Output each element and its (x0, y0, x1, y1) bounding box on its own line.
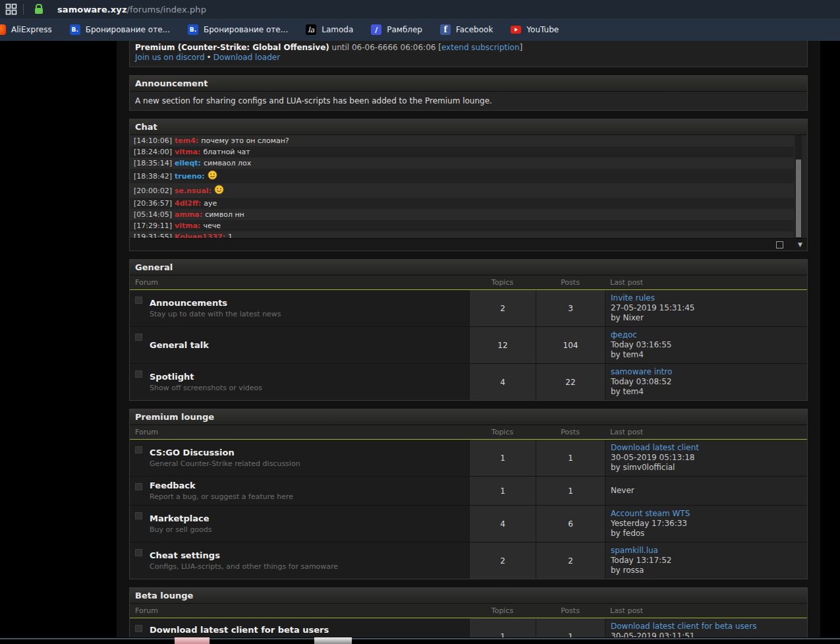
chat-message: [19:31:55] Kolyan1337: 1 (130, 231, 794, 238)
window-bottom-edge (0, 638, 840, 639)
address-bar[interactable]: samoware.xyz/forums/index.php (57, 5, 206, 15)
forum-description: Show off screenshots or videos (150, 384, 262, 392)
chat-text: ауе (204, 199, 217, 208)
forum-page: Premium (Counter-Strike: Global Offensiv… (117, 41, 820, 644)
smiley-emoji-icon (214, 185, 224, 194)
announcement-body: A new section for sharing configs and LU… (130, 92, 807, 110)
forum-status-icon (135, 512, 142, 519)
extend-subscription-link[interactable]: extend subscription (441, 43, 520, 52)
taskbar-item[interactable] (314, 637, 352, 644)
bookmark-item[interactable]: f Facebook (440, 24, 493, 35)
lastpost-cell: Account steam WTS Yesterday 17:36:33 by … (605, 506, 807, 542)
lamoda-favicon-icon: la (306, 24, 316, 35)
forum-section: General Forum Topics Posts Last post Ann… (129, 259, 808, 401)
topics-count: 1 (469, 440, 536, 476)
lastpost-author: by fedos (611, 529, 802, 539)
lock-icon[interactable] (35, 8, 43, 14)
chat-username: se.nsual: (175, 187, 211, 195)
forum-section: Premium lounge Forum Topics Posts Last p… (129, 409, 808, 579)
taskbar-item[interactable] (175, 637, 210, 644)
lastpost-link[interactable]: Download latest client for beta users (611, 622, 802, 631)
section-title: Premium lounge (130, 409, 807, 425)
posts-count: 6 (536, 506, 605, 542)
forum-description: Stay up to date with the latest news (150, 310, 281, 318)
announcement-panel: Announcement A new section for sharing c… (129, 75, 808, 111)
forum-name[interactable]: CS:GO Discussion (150, 448, 300, 457)
chat-message: [20:36:57] 4dl2ff: ауе (130, 198, 794, 209)
chat-message: [18:38:42] trueno: (130, 169, 794, 183)
forum-cell: Feedback Report a bug, or suggest a feat… (130, 477, 469, 505)
lastpost-link[interactable]: федос (611, 330, 802, 340)
chat-username: elleqt: (175, 159, 201, 167)
chat-scrollbar-thumb[interactable] (796, 160, 801, 237)
announcement-title: Announcement (130, 76, 807, 92)
lastpost-date: Today 13:17:52 (611, 556, 802, 566)
lastpost-link[interactable]: Invite rules (611, 293, 802, 303)
lastpost-link[interactable]: Account steam WTS (611, 509, 802, 519)
aliexpress-favicon-icon (0, 24, 6, 35)
lastpost-link[interactable]: Download latest client (611, 443, 802, 453)
discord-link[interactable]: Join us on discord (135, 53, 205, 62)
separator (23, 4, 24, 15)
lastpost-cell: Never (605, 477, 807, 505)
lastpost-cell: spamkill.lua Today 13:17:52 by rossa (605, 542, 807, 579)
chat-timestamp: [14:10:06] (134, 136, 172, 145)
bookmark-item[interactable]: B. Бронирование оте... (70, 24, 170, 35)
chat-text: почему это он сломан? (201, 136, 289, 145)
topics-count: 1 (469, 477, 536, 505)
forum-section: Beta lounge Forum Topics Posts Last post… (129, 587, 808, 644)
chat-timestamp: [18:38:42] (134, 172, 172, 181)
chat-text: симваол лох (204, 159, 251, 167)
forum-name[interactable]: Cheat settings (150, 550, 338, 560)
forum-description: Buy or sell goods (150, 525, 212, 534)
forum-name[interactable]: Feedback (150, 481, 293, 490)
lastpost-link[interactable]: spamkill.lua (611, 546, 802, 556)
forum-name[interactable]: Marketplace (150, 513, 212, 523)
lastpost-author: by Nixer (611, 313, 802, 323)
forum-description: Report a bug, or suggest a feature here (150, 492, 293, 501)
premium-until-text: until 06-06-6666 06:06:06 (329, 43, 438, 52)
lastpost-author: by tem4 (611, 387, 802, 397)
chat-message: [20:00:02] se.nsual: (130, 183, 794, 198)
chat-dropdown-icon[interactable]: ▼ (798, 240, 802, 249)
chat-text: символ нн (205, 210, 244, 219)
lastpost-link[interactable]: samoware intro (611, 367, 802, 377)
lastpost-author: by rossa (611, 566, 802, 575)
premium-status-text: Premium (Counter-Strike: Global Offensiv… (135, 43, 329, 52)
lastpost-author: by simv0lofficial (611, 463, 802, 473)
bookmark-item[interactable]: B. Бронирование оте... (188, 24, 288, 35)
chat-scrollbar[interactable] (795, 135, 802, 238)
bookmark-label: Facebook (456, 25, 493, 34)
chat-message: [17:29:11] vitma: чече (130, 220, 794, 231)
bookmark-label: Рамблер (387, 25, 422, 34)
bookmark-item[interactable]: YouTube (511, 25, 559, 34)
url-host: samoware.xyz (57, 5, 127, 15)
forum-description: Configs, LUA-scripts, and other things f… (150, 562, 338, 571)
facebook-favicon-icon: f (440, 24, 451, 35)
lastpost-date: Today 03:08:52 (611, 377, 802, 387)
forum-name[interactable]: Spotlight (150, 372, 262, 382)
forum-row: Marketplace Buy or sell goods 4 6 Accoun… (130, 505, 807, 542)
column-lastpost: Last post (605, 276, 807, 289)
forum-row: Cheat settings Configs, LUA-scripts, and… (130, 542, 807, 579)
forum-name[interactable]: Announcements (150, 298, 281, 308)
posts-count: 2 (536, 542, 605, 579)
section-title: General (130, 260, 807, 276)
lastpost-date: Yesterday 17:36:33 (611, 519, 802, 529)
chat-message: [14:10:06] tem4: почему это он сломан? (130, 135, 794, 146)
chat-timestamp: [05:14:05] (134, 210, 172, 219)
bookmark-label: Бронирование оте... (204, 25, 288, 34)
download-loader-link[interactable]: Download loader (213, 53, 280, 62)
posts-count: 22 (536, 364, 605, 400)
topics-count: 2 (469, 542, 536, 579)
posts-count: 104 (536, 327, 605, 363)
forum-name[interactable]: General talk (150, 340, 209, 350)
bookmark-item[interactable]: la Lamoda (306, 24, 353, 35)
apps-grid-icon[interactable] (5, 3, 17, 15)
forum-name[interactable]: Download latest client for beta users (150, 625, 329, 635)
bookmark-item[interactable]: / Рамблер (371, 24, 422, 35)
forum-row: Feedback Report a bug, or suggest a feat… (130, 476, 807, 505)
chat-text (208, 170, 217, 182)
bookmark-item[interactable]: AliExpress (0, 24, 52, 35)
chat-popout-button[interactable] (776, 241, 783, 249)
